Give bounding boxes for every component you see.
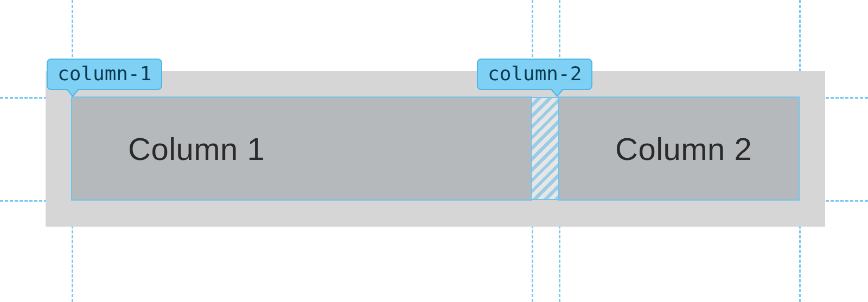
grid-column-gap — [532, 97, 559, 200]
grid-column-1: Column 1 — [72, 97, 532, 200]
grid-line-name-1: column-1 — [58, 62, 151, 85]
grid-container: Column 1 Column 2 — [46, 71, 825, 227]
grid-column-2: Column 2 — [559, 97, 799, 200]
grid-line-badge-column-1: column-1 — [47, 59, 162, 90]
grid-column-1-label: Column 1 — [128, 131, 265, 167]
grid-line-badge-column-2: column-2 — [477, 59, 592, 90]
grid-column-2-label: Column 2 — [615, 131, 752, 167]
badge-pointer — [552, 89, 563, 95]
grid-line-name-2: column-2 — [488, 62, 582, 85]
badge-pointer — [67, 89, 78, 95]
